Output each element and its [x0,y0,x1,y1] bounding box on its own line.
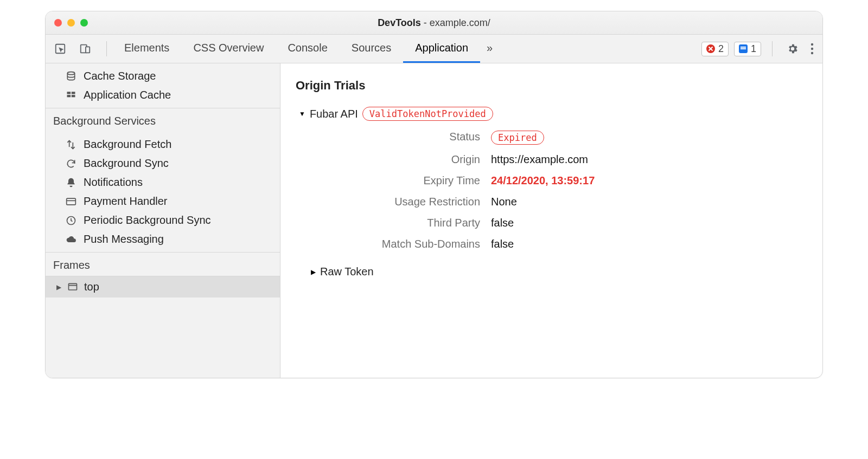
tabs-overflow-button[interactable]: » [480,35,499,63]
error-icon [706,44,715,53]
errors-count: 2 [718,43,724,55]
sidebar-item-label: Background Fetch [84,138,171,151]
credit-card-icon [65,196,77,208]
tab-elements[interactable]: Elements [112,35,181,63]
frame-detail-panel: Origin Trials ▼ Fubar API ValidTokenNotP… [280,63,822,378]
tab-application[interactable]: Application [403,35,480,63]
kv-key-usage-restriction: Usage Restriction [317,196,480,208]
expand-arrow-icon[interactable]: ▶ [311,268,316,276]
devtools-window: DevTools - example.com/ Elements CSS Ove… [45,11,823,378]
minimize-window-icon[interactable] [67,19,75,27]
svg-rect-10 [72,95,75,97]
issues-counter[interactable]: 1 [734,42,761,56]
close-window-icon[interactable] [54,19,62,27]
expand-arrow-icon[interactable]: ▼ [299,110,305,118]
more-options-icon[interactable] [807,41,817,57]
issue-icon [739,44,748,53]
sidebar-item-label: Push Messaging [84,233,164,245]
sidebar-item-label: Application Cache [84,89,171,101]
toolbar-divider [772,41,773,56]
issues-count: 1 [751,43,756,55]
svg-rect-7 [67,92,71,94]
kv-key-third-party: Third Party [317,217,480,229]
sidebar-item-application-cache[interactable]: Application Cache [46,86,280,105]
kv-val-status: Expired [491,131,730,145]
sidebar-item-periodic-background-sync[interactable]: Periodic Background Sync [46,211,280,230]
svg-point-5 [811,52,813,54]
database-icon [65,70,77,82]
application-sidebar: Cache Storage Application Cache Backgrou… [46,63,280,378]
svg-rect-9 [67,95,71,97]
devtools-toolbar: Elements CSS Overview Console Sources Ap… [46,35,822,63]
sidebar-item-label: Background Sync [84,157,169,170]
raw-token-row[interactable]: ▶ Raw Token [311,266,807,278]
sidebar-item-label: Periodic Background Sync [84,214,211,227]
device-toolbar-icon[interactable] [76,41,94,57]
bell-icon [65,177,77,189]
clock-icon [65,215,77,227]
sidebar-cache-section: Cache Storage Application Cache [46,63,280,108]
transfer-icon [65,139,77,151]
traffic-lights [54,19,88,27]
sidebar-frame-top[interactable]: ▶ top [46,276,280,298]
kv-val-origin: https://example.com [491,153,730,166]
svg-rect-11 [67,198,76,205]
window-title: DevTools - example.com/ [46,17,822,29]
kv-key-expiry: Expiry Time [317,174,480,187]
svg-point-3 [811,43,813,46]
origin-trial-row[interactable]: ▼ Fubar API ValidTokenNotProvided [299,107,807,121]
panel-tabs: Elements CSS Overview Console Sources Ap… [112,35,499,63]
kv-val-match-subdomains: false [491,238,730,250]
tab-css-overview[interactable]: CSS Overview [181,35,276,63]
tab-sources[interactable]: Sources [340,35,403,63]
frame-label: top [84,281,99,293]
settings-icon[interactable] [783,41,802,57]
raw-token-label: Raw Token [320,266,374,278]
svg-rect-13 [69,283,77,290]
grid-icon [65,89,77,101]
sync-icon [65,158,77,170]
origin-trial-status-badge: ValidTokenNotProvided [362,107,493,121]
sidebar-section-frames: Frames [46,252,280,276]
zoom-window-icon[interactable] [80,19,88,27]
toolbar-divider [106,41,107,56]
sidebar-item-label: Payment Handler [84,195,168,208]
frame-icon [67,281,79,293]
errors-counter[interactable]: 2 [701,42,729,56]
sidebar-item-notifications[interactable]: Notifications [46,173,280,192]
kv-val-third-party: false [491,217,730,229]
sidebar-section-background-services: Background Services [46,108,280,132]
origin-trial-details: Status Expired Origin https://example.co… [317,131,730,250]
sidebar-item-label: Notifications [84,176,143,189]
sidebar-item-label: Cache Storage [84,70,156,82]
sidebar-item-cache-storage[interactable]: Cache Storage [46,67,280,86]
section-title-origin-trials: Origin Trials [296,79,807,93]
kv-key-status: Status [317,131,480,145]
titlebar: DevTools - example.com/ [46,11,822,35]
inspect-element-icon[interactable] [51,41,69,57]
window-title-app: DevTools [378,17,421,28]
expand-arrow-icon[interactable]: ▶ [56,283,61,291]
cloud-icon [65,234,77,245]
sidebar-item-background-fetch[interactable]: Background Fetch [46,135,280,154]
svg-point-4 [811,48,813,50]
svg-rect-8 [72,92,75,94]
kv-val-expiry: 24/12/2020, 13:59:17 [491,174,730,187]
kv-key-match-subdomains: Match Sub-Domains [317,238,480,250]
svg-point-6 [67,72,74,74]
window-title-url: example.com/ [430,17,490,28]
sidebar-item-push-messaging[interactable]: Push Messaging [46,230,280,249]
sidebar-item-payment-handler[interactable]: Payment Handler [46,192,280,211]
origin-trial-name: Fubar API [310,108,358,120]
content-area: Cache Storage Application Cache Backgrou… [46,63,822,378]
sidebar-item-background-sync[interactable]: Background Sync [46,154,280,173]
kv-key-origin: Origin [317,153,480,166]
svg-rect-2 [86,47,90,53]
tab-console[interactable]: Console [276,35,339,63]
kv-val-usage-restriction: None [491,196,730,208]
